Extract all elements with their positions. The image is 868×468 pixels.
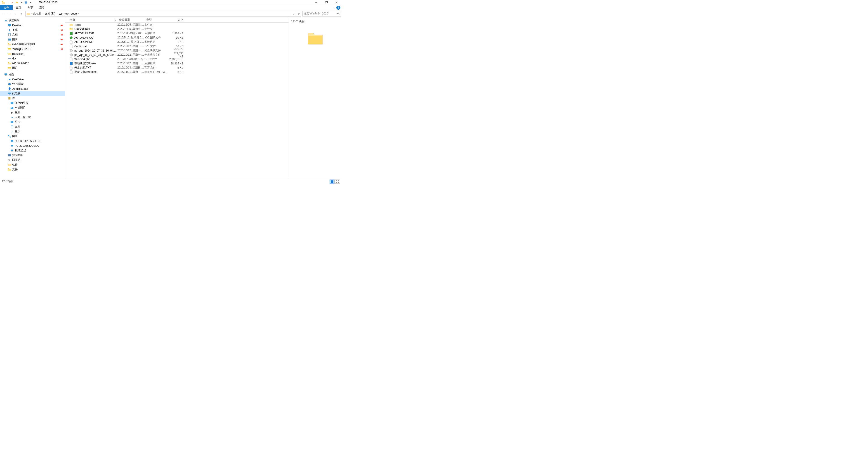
refresh-button[interactable]: ↻ [296, 11, 301, 16]
preview-thumbnail [306, 30, 324, 46]
file-list[interactable]: 名称▴ 修改日期 类型 大小 Tools2020/12/25, 星期五 1...… [65, 17, 289, 179]
tree-item[interactable]: Bandicam [0, 51, 65, 56]
tree-item[interactable]: excel表格制作求和📌 [0, 42, 65, 46]
tree-item[interactable]: G:\ [0, 56, 65, 61]
view-large-button[interactable] [335, 180, 340, 184]
tree-item-label: win7重装win7 [12, 61, 29, 65]
tree-item[interactable]: 桌面 [0, 72, 65, 77]
folder-small-icon [15, 0, 19, 4]
lib-icon [8, 97, 11, 100]
tree-item[interactable]: ▶视频 [0, 110, 65, 115]
file-row[interactable]: AUTORUN.ICO2015/5/10, 星期日 02...ICO 图片文件1… [65, 35, 289, 40]
tab-file[interactable]: 文件 [0, 5, 13, 10]
file-row[interactable]: Win7x64.gho2019/9/7, 星期六 19:...GHO 文件2,9… [65, 57, 289, 61]
address-bar[interactable]: › 此电脑›文档 (E:)›Win7x64_2020› ⌄ ↻ [25, 11, 301, 17]
svg-rect-10 [8, 92, 11, 94]
tree-item[interactable]: 图片 [0, 66, 65, 70]
tree-item[interactable]: WPS网盘 [0, 82, 65, 86]
tree-item[interactable]: win7重装win7 [0, 61, 65, 66]
file-name: 硬盘安装教程.html [74, 70, 117, 74]
breadcrumb-segment[interactable]: 文档 (E:) [44, 11, 56, 16]
file-row[interactable]: Tools2020/12/25, 星期五 1...文件夹 [65, 23, 289, 27]
tree-item[interactable]: 本机照片 [0, 105, 65, 110]
pc-icon [10, 149, 14, 152]
column-name[interactable]: 名称▴ [65, 17, 117, 22]
tree-item[interactable]: 图片 [0, 120, 65, 124]
file-row[interactable]: 硬盘安装教程.html2016/11/21, 星期一 2...360 se HT… [65, 70, 289, 74]
ribbon-expand-icon[interactable]: ⌄ [331, 5, 336, 10]
chevron-right-icon[interactable]: › [56, 12, 58, 15]
minimize-button[interactable]: ─ [311, 0, 321, 5]
tree-item[interactable]: ZMT2019 [0, 148, 65, 153]
svg-rect-3 [8, 33, 11, 36]
dropdown-qat-icon[interactable] [24, 0, 28, 4]
tree-item[interactable]: ☁OneDrive [0, 77, 65, 82]
tree-item[interactable]: 图片📌 [0, 37, 65, 42]
checkmark-icon[interactable]: ✓ [10, 0, 14, 4]
file-date: 2020/10/12, 星期一 1... [117, 44, 145, 48]
file-row[interactable]: 本地硬盘安装.exe2020/10/12, 星期一 1...应用程序28,315… [65, 61, 289, 66]
tab-home[interactable]: 主页 [13, 5, 24, 10]
tree-item[interactable]: ★快速访问 [0, 18, 65, 23]
breadcrumb-segment[interactable]: Win7x64_2020 [58, 11, 78, 16]
tree-item[interactable]: 文件 [0, 167, 65, 172]
svg-rect-43 [331, 182, 333, 183]
recent-dropdown[interactable]: ⌄ [13, 11, 18, 17]
search-icon[interactable]: 🔍︎ [337, 12, 340, 15]
tree-item-label: 控制面板 [12, 153, 23, 157]
svg-rect-22 [8, 135, 9, 136]
tree-item[interactable]: ♪音乐 [0, 129, 65, 134]
qat-overflow-icon[interactable]: ▾ [29, 0, 33, 4]
svg-rect-47 [338, 182, 339, 183]
search-input[interactable]: 搜索"Win7x64_2020" 🔍︎ [303, 11, 341, 17]
file-icon [69, 70, 73, 74]
folder-icon [8, 42, 11, 46]
tree-item[interactable]: 👤Administrator [0, 86, 65, 91]
chevron-right-icon[interactable]: › [42, 12, 43, 15]
chevron-right-icon[interactable]: › [78, 12, 79, 15]
breadcrumb-segment[interactable]: 此电脑 [32, 11, 42, 16]
tree-item[interactable]: Desktop📌 [0, 23, 65, 28]
navigation-tree[interactable]: ★快速访问Desktop📌⬇下载📌文档📌图片📌excel表格制作求和📌YUNQI… [0, 17, 65, 179]
help-button[interactable]: ? [336, 6, 340, 10]
close-qat-icon[interactable]: ✕ [20, 0, 24, 4]
back-button[interactable]: ← [1, 11, 6, 17]
column-type[interactable]: 类型 [145, 17, 169, 22]
tree-item[interactable]: 控制面板 [0, 153, 65, 158]
maximize-button[interactable]: ❐ [321, 0, 332, 5]
forward-button[interactable]: → [7, 11, 12, 17]
tree-item[interactable]: ⬇下载📌 [0, 28, 65, 32]
address-dropdown-icon[interactable]: ⌄ [291, 11, 296, 16]
file-row[interactable]: pe_yqs_xp_20_07_31_15_53.iso2020/10/12, … [65, 53, 289, 57]
file-row[interactable]: AUTORUN.EXE2016/1/8, 星期五 04:...应用程序1,926… [65, 31, 289, 35]
tab-view[interactable]: 查看 [36, 5, 48, 10]
file-name: U盘安装教程 [74, 27, 117, 31]
tree-item[interactable]: 库 [0, 96, 65, 101]
tree-item[interactable]: ☁天翼云盘下载 [0, 115, 65, 120]
tree-item[interactable]: YUNQISHI2019📌 [0, 46, 65, 51]
folder-icon [26, 11, 31, 16]
tree-item[interactable]: PC-20190530OBLA [0, 143, 65, 148]
up-button[interactable]: ↑ [19, 11, 24, 17]
pin-icon: 📌 [60, 33, 63, 36]
close-button[interactable]: ✕ [332, 0, 342, 5]
tree-item[interactable]: DESKTOP-LSSOEDP [0, 138, 65, 143]
view-details-button[interactable] [330, 180, 335, 184]
tree-item[interactable]: 🗑回收站 [0, 158, 65, 162]
tab-share[interactable]: 共享 [24, 5, 36, 10]
tree-item[interactable]: 此电脑 [0, 91, 65, 96]
file-row[interactable]: AUTORUN.INF2015/5/10, 星期日 02...安装信息1 KB [65, 40, 289, 44]
tree-item[interactable]: 保存的图片 [0, 101, 65, 105]
tree-item-label: 库 [12, 96, 15, 100]
tree-item[interactable]: 软件 [0, 162, 65, 167]
file-name: 本地硬盘安装.exe [74, 62, 117, 65]
tree-item-label: ZMT2019 [15, 149, 26, 152]
tree-item[interactable]: 文档📌 [0, 32, 65, 37]
file-row[interactable]: 光盘说明.TXT2016/10/23, 星期日 0...TXT 文件5 KB [65, 66, 289, 70]
column-date[interactable]: 修改日期 [117, 17, 145, 22]
column-size[interactable]: 大小 [169, 17, 185, 22]
tree-item[interactable]: 网络 [0, 134, 65, 138]
tree-item[interactable]: 文档 [0, 124, 65, 129]
chevron-right-icon[interactable]: › [31, 12, 32, 15]
file-row[interactable]: U盘安装教程2020/12/25, 星期五 1...文件夹 [65, 27, 289, 31]
